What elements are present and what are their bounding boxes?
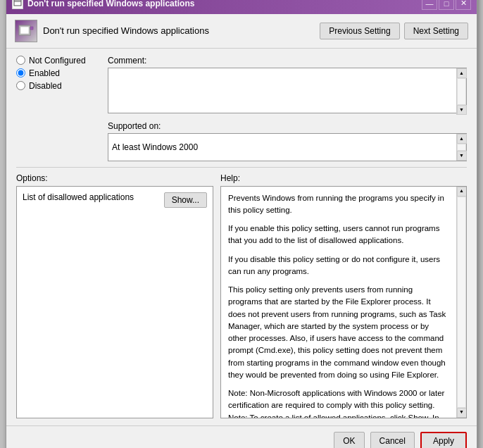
help-box: Prevents Windows from running the progra… [220, 186, 467, 418]
close-button[interactable]: ✕ [456, 0, 471, 10]
prev-setting-button[interactable]: Previous Setting [320, 23, 399, 39]
enabled-input[interactable] [16, 68, 25, 77]
help-p3: If you disable this policy setting or do… [228, 254, 448, 278]
title-bar-left: Don't run specified Windows applications [12, 0, 194, 9]
enabled-radio[interactable]: Enabled [16, 68, 108, 78]
comment-textarea[interactable] [108, 68, 467, 113]
supported-scrollbar: ▲ ▼ [456, 134, 466, 161]
scroll-down-arrow[interactable]: ▼ [457, 105, 467, 115]
supported-value-box: At least Windows 2000 [108, 133, 467, 161]
help-p2: If you enable this policy setting, users… [228, 223, 448, 247]
help-label-container: Help: [220, 173, 467, 183]
supported-scroll-down[interactable]: ▼ [457, 151, 467, 161]
not-configured-input[interactable] [16, 56, 25, 65]
ok-button[interactable]: OK [334, 432, 364, 449]
radio-section: Not Configured Enabled Disabled [16, 56, 108, 91]
header-icon [15, 20, 37, 42]
svg-rect-3 [20, 27, 29, 34]
help-scroll-down[interactable]: ▼ [457, 408, 467, 418]
comment-field-group: Comment: ▲ ▼ [108, 56, 467, 116]
apply-button[interactable]: Apply [420, 432, 467, 449]
comment-label: Comment: [108, 56, 467, 66]
header-row: Don't run specified Windows applications… [6, 14, 477, 49]
options-panel: List of disallowed applications Show... [16, 186, 213, 418]
comment-scrollbar: ▲ ▼ [456, 68, 466, 115]
dialog-icon [12, 0, 23, 9]
help-p1: Prevents Windows from running the progra… [228, 192, 448, 217]
comment-wrapper: ▲ ▼ [108, 68, 467, 116]
help-scrollbar: ▲ ▼ [456, 187, 466, 418]
options-list-label: List of disallowed applications [23, 192, 134, 202]
disabled-radio[interactable]: Disabled [16, 81, 108, 91]
supported-label: Supported on: [108, 121, 467, 131]
help-scroll-up[interactable]: ▲ [457, 187, 467, 197]
top-fields-row: Not Configured Enabled Disabled Comment: [16, 56, 467, 161]
help-panel: Prevents Windows from running the progra… [220, 186, 467, 418]
supported-wrapper: At least Windows 2000 ▲ ▼ [108, 133, 467, 161]
cancel-button[interactable]: Cancel [370, 432, 415, 449]
header-buttons: Previous Setting Next Setting [320, 23, 468, 39]
options-label: Options: [16, 173, 48, 183]
disabled-input[interactable] [16, 81, 25, 90]
show-button[interactable]: Show... [164, 192, 207, 208]
options-label-container: Options: [16, 173, 213, 183]
next-setting-button[interactable]: Next Setting [404, 23, 468, 39]
help-content: Prevents Windows from running the progra… [228, 192, 459, 418]
help-p5: Note: Non-Microsoft applications with Wi… [228, 387, 448, 418]
right-fields: Comment: ▲ ▼ Supported on: At [108, 56, 467, 161]
scroll-track [457, 78, 466, 105]
svg-rect-4 [30, 27, 33, 30]
scroll-up-arrow[interactable]: ▲ [457, 68, 467, 78]
help-label: Help: [220, 173, 240, 183]
options-box: List of disallowed applications Show... [16, 186, 213, 418]
supported-scroll-up[interactable]: ▲ [457, 134, 467, 144]
maximize-button[interactable]: □ [439, 0, 454, 10]
supported-field-group: Supported on: At least Windows 2000 ▲ ▼ [108, 121, 467, 161]
title-bar: Don't run specified Windows applications… [6, 0, 477, 14]
main-content: Not Configured Enabled Disabled Comment: [6, 49, 477, 425]
help-scroll-track [457, 197, 466, 408]
supported-scroll-track [457, 144, 466, 151]
help-p4: This policy setting only prevents users … [228, 284, 448, 381]
title-text: Don't run specified Windows applications [27, 0, 194, 8]
header-title: Don't run specified Windows applications [43, 25, 209, 36]
divider [16, 167, 467, 168]
not-configured-radio[interactable]: Not Configured [16, 56, 108, 66]
title-controls: — □ ✕ [422, 0, 471, 10]
header-left: Don't run specified Windows applications [15, 20, 209, 42]
footer: OK Cancel Apply [6, 425, 477, 449]
supported-value: At least Windows 2000 [112, 142, 198, 152]
options-help-row: List of disallowed applications Show... … [16, 186, 467, 418]
section-labels-row: Options: Help: [16, 173, 467, 183]
dialog-window: Don't run specified Windows applications… [6, 0, 477, 448]
minimize-button[interactable]: — [422, 0, 437, 10]
